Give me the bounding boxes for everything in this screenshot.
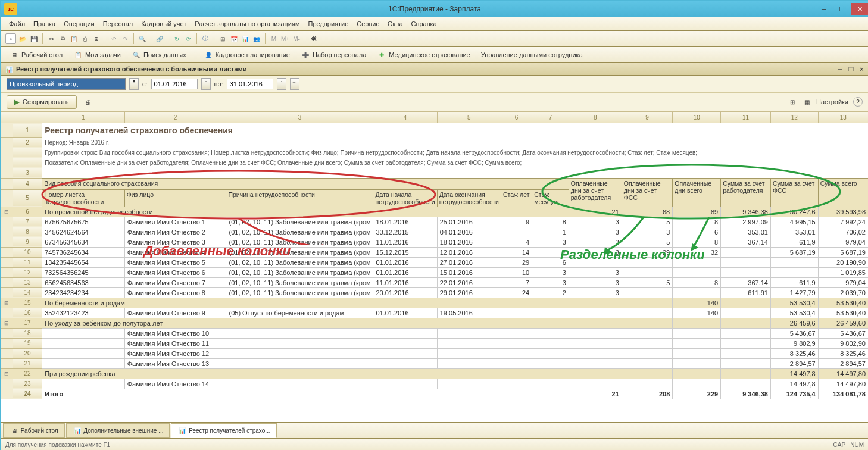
doc-min-icon[interactable]: ─ [835,64,845,74]
app-title: 1С:Предприятие - Зарплата [1,5,868,13]
m-icon[interactable]: M [269,34,279,43]
date-from-input[interactable] [151,79,198,89]
collapse-icon[interactable]: ⊟ [1,207,13,217]
report-icon: 📊 [177,426,187,435]
doc-max-icon[interactable]: ❐ [846,64,855,74]
title-bar: 1C 1С:Предприятие - Зарплата ─ ☐ ✕ [1,1,868,17]
nav-hire[interactable]: ➕Набор персонала [296,48,370,61]
undo-icon[interactable]: ↶ [109,34,118,43]
copy-icon[interactable]: ⧉ [58,34,67,43]
filter-bar: ▾ с: ⋮ по: ⋮ … [1,76,868,93]
menu-service[interactable]: Сервис [353,19,383,29]
menu-enterprise[interactable]: Предприятие [305,19,352,29]
nav-planning[interactable]: 👤Кадровое планирование [199,48,294,61]
mplus-icon[interactable]: M+ [280,34,290,43]
settings-link[interactable]: Настройки [816,98,848,105]
search-icon: 🔍 [132,50,141,60]
form-button[interactable]: ▶Сформировать [7,95,77,109]
find-icon[interactable]: 🔍 [138,34,147,43]
group-row[interactable]: ⊟22При рождении ребенка14 497,814 497,80 [1,368,869,379]
table-icon[interactable]: ⊞ [788,97,797,107]
menu-personnel[interactable]: Персонал [99,19,137,29]
group-row[interactable]: ⊟6По временной нетрудоспособности2168899… [1,207,869,217]
collapse-icon[interactable]: ⊟ [1,298,13,308]
calc-icon[interactable]: ⊞ [218,34,227,43]
date-to-picker[interactable]: ⋮ [277,78,286,90]
nav-employee[interactable]: Управление данными сотрудника [477,49,587,60]
refresh2-icon[interactable]: ⟳ [183,34,193,43]
users-icon[interactable]: 👥 [252,34,261,43]
nav-desktop[interactable]: 🖥Рабочий стол [5,48,67,61]
tab-desktop[interactable]: 🖥 Рабочий стол [3,423,65,438]
preview-icon[interactable]: 🗎 [92,34,101,43]
collapse-icon[interactable]: ⊟ [1,368,13,379]
tab-ext[interactable]: 📊 Дополнительные внешние ... [66,423,170,438]
save-icon[interactable]: 💾 [29,34,39,43]
open-icon[interactable]: 📂 [18,34,27,43]
redo-icon[interactable]: ↷ [120,34,130,43]
status-num: NUM [850,442,864,448]
table-row[interactable]: 10745736245634Фамилия Имя Отчество 4(01,… [1,247,869,257]
collapse-icon[interactable]: ⊟ [1,318,13,328]
tab-registry[interactable]: 📊 Реестр получателей страхо... [171,423,276,438]
table-row[interactable]: 12732564356245Фамилия Имя Отчество 6(01,… [1,267,869,277]
link-icon[interactable]: 🔗 [155,34,164,43]
to-label: по: [214,80,223,88]
new-icon[interactable]: ▫ [5,33,16,44]
print-icon[interactable]: ⎙ [80,34,90,43]
refresh-icon[interactable]: ↻ [172,34,182,43]
table-row[interactable]: 9673456345634Фамилия Имя Отчество 3(01, … [1,237,869,247]
mminus-icon[interactable]: M- [292,34,301,43]
menu-ops[interactable]: Операции [60,19,98,29]
paste-icon[interactable]: 📋 [69,34,79,43]
nav-search[interactable]: 🔍Поиск данных [127,48,191,61]
task-icon: 📋 [73,50,83,60]
date-from-picker[interactable]: ⋮ [201,78,211,90]
table-row[interactable]: 7675675675675Фамилия Имя Отчество 1(01, … [1,217,869,227]
group-row[interactable]: ⊟15По беременности и родам14053 530,453 … [1,298,869,308]
menu-file[interactable]: Файл [5,19,29,29]
help-icon[interactable]: ? [853,97,863,107]
status-bar: Для получения подсказки нажмите F1 CAP N… [1,438,868,450]
toolbar: ▫ 📂 💾 ✂ ⧉ 📋 ⎙ 🗎 ↶ ↷ 🔍 🔗 ↻ ⟳ ⓘ ⊞ 📅 📊 👥 M … [1,31,868,47]
tools-icon[interactable]: 🛠 [309,34,319,43]
report-icon: 📊 [4,64,14,74]
report-sheet[interactable]: 123456789101112131Реестр получателей стр… [1,111,868,422]
menu-edit[interactable]: Правка [30,19,59,29]
export-icon[interactable]: 🖨 [83,97,92,107]
from-label: с: [142,80,148,88]
table-row[interactable]: 13656245634563Фамилия Имя Отчество 7(01,… [1,277,869,288]
nav-medical[interactable]: ✚Медицинское страхование [373,48,474,61]
calendar-icon[interactable]: 📅 [229,34,239,43]
menu-hr[interactable]: Кадровый учет [138,19,190,29]
table-row[interactable]: 8345624624564Фамилия Имя Отчество 2(01, … [1,227,869,237]
menu-salary[interactable]: Расчет зарплаты по организациям [191,19,303,29]
chart-icon[interactable]: 📊 [241,34,250,43]
table-row[interactable]: 11134235445654Фамилия Имя Отчество 5(01,… [1,257,869,267]
table-row[interactable]: 14234234234234Фамилия Имя Отчество 8(01,… [1,288,869,298]
period-dropdown[interactable]: ▾ [129,78,139,90]
main-menu: Файл Правка Операции Персонал Кадровый у… [1,17,868,31]
menu-help[interactable]: Справка [408,19,441,29]
doc-close-icon[interactable]: ✕ [857,64,866,74]
group-row[interactable]: ⊟17По уходу за ребенком до полутора лет2… [1,318,869,328]
shield-icon: ✚ [377,50,386,60]
grid-icon[interactable]: ▦ [802,97,811,107]
date-to-input[interactable] [227,79,273,89]
table-row[interactable]: 18Фамилия Имя Отчество 105 436,675 436,6… [1,328,869,338]
table-row[interactable]: 16352432123423Фамилия Имя Отчество 9(05)… [1,308,869,318]
date-preset[interactable]: … [290,78,299,90]
info-icon[interactable]: ⓘ [201,34,210,43]
table-row[interactable]: 19Фамилия Имя Отчество 119 802,99 802,90 [1,338,869,348]
period-select[interactable] [7,78,126,90]
cut-icon[interactable]: ✂ [46,34,56,43]
status-hint: Для получения подсказки нажмите F1 [5,442,110,448]
table-row[interactable]: 20Фамилия Имя Отчество 128 325,468 325,4… [1,348,869,358]
status-cap: CAP [833,442,845,448]
doc-title: Реестр получателей страхового обеспечени… [16,65,246,73]
tab-bar: 🖥 Рабочий стол 📊 Дополнительные внешние … [1,422,868,438]
menu-windows[interactable]: Окна [384,19,407,29]
nav-tasks[interactable]: 📋Мои задачи [69,48,125,61]
table-row[interactable]: 23Фамилия Имя Отчество 1414 497,814 497,… [1,379,869,389]
table-row[interactable]: 21Фамилия Имя Отчество 132 894,572 894,5… [1,358,869,368]
